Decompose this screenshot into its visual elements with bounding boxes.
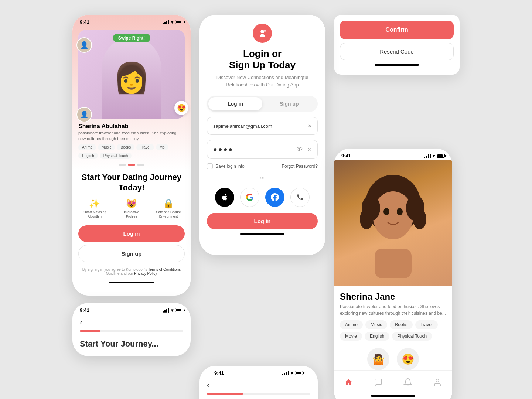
wifi-icon-5: ▾ (433, 153, 435, 158)
email-field[interactable]: sapimelahirkan@gmail.com × (207, 117, 318, 135)
apple-login-button[interactable] (215, 188, 234, 207)
mini-avatar-1: 👤 (76, 37, 92, 53)
feature-matching: ✨ Smart Matching Algorithm (82, 198, 108, 219)
tag-anime: Anime (78, 144, 96, 150)
partial-title: Start Your Journey... (80, 339, 183, 349)
nav-bell-icon[interactable] (400, 375, 415, 390)
profile-photo-inner (334, 160, 452, 286)
login-title: Login or Sign Up Today (229, 48, 296, 71)
privacy-link[interactable]: Privacy Policy (134, 272, 157, 276)
password-dots: ●●●● (213, 146, 234, 153)
tab-signup[interactable]: Sign up (262, 97, 316, 110)
feature-interactive: 😻 Interactive Profiles (119, 198, 144, 219)
phone-onboarding: 9:41 ▾ Swipe Right! 👤 👤 👩 (72, 15, 191, 296)
status-icons-3: ▾ (282, 371, 303, 376)
battery-icon-3 (295, 371, 303, 375)
progress-fill-3 (207, 393, 243, 395)
facebook-login-button[interactable] (265, 188, 284, 207)
feature-secure: 🔒 Safe and Secure Environment (156, 198, 181, 219)
onboard-title: Start Your Dating Journey Today! (80, 172, 183, 193)
progress-bar-partial (80, 330, 183, 332)
google-login-button[interactable] (240, 188, 259, 207)
status-icons-partial: ▾ (163, 308, 183, 313)
terms-text: By signing in you agree to Kontolodon's … (72, 265, 191, 278)
login-button-2[interactable]: Log in (207, 213, 318, 229)
auth-tabs[interactable]: Log in Sign up (207, 96, 318, 112)
status-bar-3: 9:41 ▾ (207, 366, 310, 377)
save-login-label: Save login info (215, 164, 245, 169)
terms-link[interactable]: Terms of Conditions (148, 267, 181, 272)
profile-detail-bio: Passionate traveler and food enthusiast.… (340, 303, 446, 317)
svg-point-9 (413, 209, 426, 229)
features-row: ✨ Smart Matching Algorithm 😻 Interactive… (72, 195, 191, 222)
back-button-partial[interactable]: ‹ (80, 314, 183, 330)
battery-icon (175, 20, 183, 24)
tag-books: Books (117, 144, 134, 150)
login-subtitle: Discover New Connections and Meaningful … (207, 74, 318, 88)
terms-prefix: By signing in you agree to Kontolodon's (82, 267, 147, 272)
card-dots (72, 164, 191, 166)
social-login-row (215, 188, 310, 207)
tag-movie-5: Movie (340, 332, 362, 341)
password-clear-icon[interactable]: × (308, 146, 311, 153)
svg-point-8 (360, 209, 373, 229)
confirm-button[interactable]: Confirm (340, 21, 454, 39)
battery-icon-5 (437, 154, 445, 158)
tag-travel-5: Travel (415, 320, 438, 329)
onboard-text: Start Your Dating Journey Today! (72, 168, 191, 195)
phone-partial: 9:41 ▾ ‹ Start Your Journey... (72, 303, 191, 356)
status-icons-5: ▾ (424, 153, 445, 158)
tag-physical: Physical Touch (100, 153, 132, 159)
tag-anime-5: Anime (340, 320, 363, 329)
status-bar-1: 9:41 ▾ (72, 15, 191, 26)
secure-label: Safe and Secure Environment (156, 210, 181, 219)
status-bar-5: 9:41 ▾ (334, 149, 452, 160)
svg-point-0 (260, 30, 264, 33)
matching-icon: ✨ (89, 198, 100, 209)
tag-books-5: Books (390, 320, 412, 329)
battery-icon-partial (175, 308, 183, 312)
forgot-password-link[interactable]: Forgot Password? (282, 164, 318, 169)
svg-point-1 (264, 30, 266, 32)
profile-photo (334, 160, 452, 286)
password-field[interactable]: ●●●● 👁 × (207, 140, 318, 159)
svg-rect-10 (375, 249, 412, 278)
profile-detail: Sherina Jane Passionate traveler and foo… (334, 286, 452, 343)
profile-image: 👩 (78, 30, 185, 119)
phone-login-button[interactable] (290, 188, 310, 207)
login-button-1[interactable]: Log in (78, 225, 185, 242)
svg-point-5 (397, 208, 403, 215)
signup-button-1[interactable]: Sign up (78, 245, 185, 262)
wifi-icon-partial: ▾ (171, 308, 173, 313)
nav-user-icon[interactable] (430, 375, 445, 390)
save-login-checkbox[interactable] (207, 163, 213, 169)
profile-tags: Anime Music Books Travel Mo (78, 144, 185, 150)
profile-lang-tags: English Physical Touch (78, 153, 185, 159)
interactive-icon: 😻 (126, 198, 137, 209)
tab-login[interactable]: Log in (208, 97, 262, 110)
svg-point-4 (383, 208, 389, 215)
email-value: sapimelahirkan@gmail.com (213, 123, 272, 129)
progress-fill-partial (80, 330, 100, 332)
resend-button[interactable]: Resend Code (340, 43, 454, 60)
show-password-icon[interactable]: 👁 (296, 146, 303, 153)
emoji-react[interactable]: 😍 (174, 101, 188, 115)
wifi-icon: ▾ (171, 20, 173, 25)
interactive-label: Interactive Profiles (119, 210, 144, 219)
or-divider: or (207, 175, 318, 180)
back-button-3[interactable]: ‹ (207, 377, 310, 393)
phone-login: Login or Sign Up Today Discover New Conn… (200, 15, 325, 255)
reaction-shrug[interactable]: 🤷 (367, 348, 389, 370)
swipe-card[interactable]: Swipe Right! 👤 👤 👩 😍 (78, 30, 185, 119)
nav-chat-icon[interactable] (371, 375, 386, 390)
reaction-heart-eyes[interactable]: 😍 (397, 348, 419, 370)
svg-point-3 (373, 191, 413, 239)
time-partial: 9:41 (80, 307, 89, 313)
profile-detail-name: Sherina Jane (340, 291, 446, 302)
email-clear-icon[interactable]: × (308, 123, 311, 129)
interest-tags: Anime Music Books Travel Movie English P… (340, 320, 446, 341)
dot-1 (119, 164, 126, 166)
tag-mo: Mo (156, 144, 168, 150)
tag-travel: Travel (136, 144, 154, 150)
nav-home-icon[interactable] (341, 375, 356, 390)
